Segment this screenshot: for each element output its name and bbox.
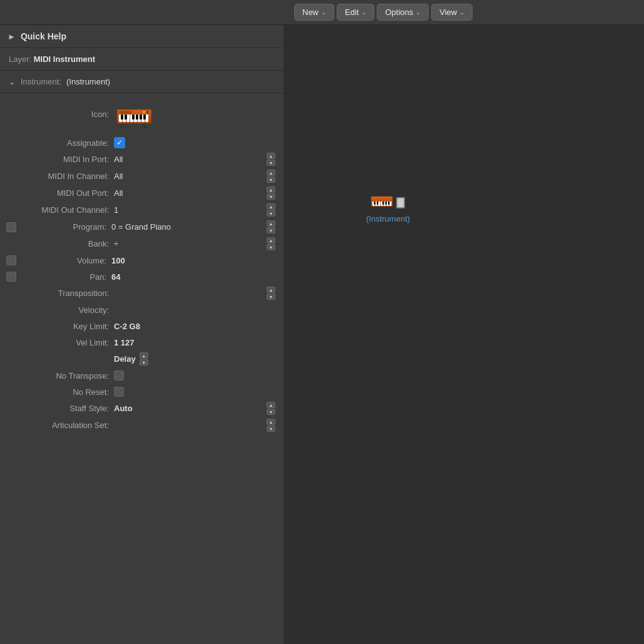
svg-rect-34 [388,202,390,205]
pan-label: Pan: [19,272,106,282]
stepper-down-icon[interactable]: ▼ [267,244,275,250]
program-value: 0 = Grand Piano [111,222,267,232]
midi-in-port-value: All [114,155,267,164]
stepper-up-icon[interactable]: ▲ [267,203,275,210]
bank-stepper[interactable]: ▲ ▼ [267,237,275,250]
assignable-label: Assignable: [9,138,109,148]
vel-limit-label: Vel Limit: [9,338,109,347]
midi-out-port-stepper[interactable]: ▲ ▼ [267,187,275,200]
midi-in-port-label: MIDI In Port: [9,155,109,164]
no-reset-checkbox[interactable] [114,387,124,397]
stepper-up-icon[interactable]: ▲ [267,402,275,408]
transposition-stepper[interactable]: ▲ ▼ [267,287,275,300]
stepper-up-icon[interactable]: ▲ [267,220,275,227]
stepper-down-icon[interactable]: ▼ [267,227,275,233]
midi-in-port-row: MIDI In Port: All ▲ ▼ [0,151,284,168]
midi-out-channel-value: 1 [114,205,267,215]
edit-chevron-icon: ⌄ [361,9,366,16]
svg-point-19 [143,111,145,113]
volume-row: Volume: 100 [0,252,284,268]
stepper-up-icon[interactable]: ▲ [267,153,275,159]
svg-rect-25 [378,202,381,206]
instrument-node-label: (Instrument) [366,214,410,223]
stepper-up-icon[interactable]: ▲ [267,419,275,425]
svg-point-20 [146,111,149,113]
stepper-up-icon[interactable]: ▲ [267,287,275,293]
view-menu-button[interactable]: View ⌄ [431,4,473,21]
delay-label: Delay [114,354,136,364]
stepper-up-icon[interactable]: ▲ [267,170,275,176]
view-menu-label: View [439,8,457,17]
staff-style-stepper[interactable]: ▲ ▼ [267,402,275,415]
pan-value: 64 [111,272,275,282]
midi-in-channel-row: MIDI In Channel: All ▲ ▼ [0,168,284,185]
midi-out-port-row: MIDI Out Port: All ▲ ▼ [0,185,284,202]
assignable-checkbox[interactable]: ✓ [114,137,125,148]
bank-value: ÷ [114,239,267,248]
stepper-down-icon[interactable]: ▼ [267,210,275,217]
svg-rect-17 [143,115,146,120]
midi-in-channel-label: MIDI In Channel: [9,171,109,181]
stepper-down-icon[interactable]: ▼ [267,294,275,300]
svg-rect-31 [377,202,379,205]
new-chevron-icon: ⌄ [321,9,326,16]
svg-rect-38 [397,198,404,207]
midi-out-channel-label: MIDI Out Channel: [9,205,109,215]
program-row: Program: 0 = Grand Piano ▲ ▼ [0,218,284,235]
stepper-down-icon[interactable]: ▼ [267,160,275,166]
key-limit-label: Key Limit: [9,322,109,331]
new-menu-button[interactable]: New ⌄ [294,4,334,21]
key-limit-row: Key Limit: C-2 G8 [0,318,284,334]
svg-rect-29 [389,202,392,206]
staff-style-row: Staff Style: Auto ▲ ▼ [0,400,284,417]
instrument-node-keyboard-icon [371,194,395,212]
edit-menu-button[interactable]: Edit ⌄ [337,4,374,21]
assignable-row: Assignable: ✓ [0,135,284,151]
edit-menu-label: Edit [345,8,359,17]
midi-out-port-value: All [114,188,267,198]
pan-row: Pan: 64 [0,268,284,285]
instrument-node[interactable]: (Instrument) [366,194,410,223]
stepper-down-icon[interactable]: ▼ [267,426,275,432]
stepper-down-icon[interactable]: ▼ [267,176,275,183]
velocity-label: Velocity: [9,305,109,315]
view-chevron-icon: ⌄ [459,9,464,16]
no-transpose-label: No Transpose: [9,371,109,381]
stepper-up-icon[interactable]: ▲ [267,187,275,193]
midi-out-channel-row: MIDI Out Channel: 1 ▲ ▼ [0,202,284,218]
volume-checkbox[interactable] [6,255,16,265]
articulation-set-row: Articulation Set: ▲ ▼ [0,417,284,434]
new-menu-label: New [302,8,319,17]
articulation-set-stepper[interactable]: ▲ ▼ [267,419,275,432]
stepper-down-icon[interactable]: ▼ [140,359,148,365]
articulation-set-label: Articulation Set: [9,421,109,430]
layer-value: MIDI Instrument [34,54,95,64]
midi-in-channel-stepper[interactable]: ▲ ▼ [267,170,275,183]
volume-value: 100 [111,256,275,265]
stepper-up-icon[interactable]: ▲ [140,352,148,359]
midi-in-port-stepper[interactable]: ▲ ▼ [267,153,275,166]
stepper-down-icon[interactable]: ▼ [267,193,275,200]
quick-help-title: Quick Help [21,31,66,41]
midi-out-channel-stepper[interactable]: ▲ ▼ [267,203,275,217]
quick-help-header[interactable]: ► Quick Help [0,25,284,48]
no-transpose-checkbox[interactable] [114,371,124,381]
options-chevron-icon: ⌄ [416,9,421,16]
midi-out-port-label: MIDI Out Port: [9,188,109,198]
stepper-up-icon[interactable]: ▲ [267,237,275,243]
program-stepper[interactable]: ▲ ▼ [267,220,275,233]
pan-checkbox[interactable] [6,272,16,282]
stepper-down-icon[interactable]: ▼ [267,409,275,415]
instrument-icon[interactable] [114,98,155,130]
options-menu-button[interactable]: Options ⌄ [377,4,429,21]
icon-row: Icon: [0,93,284,135]
instrument-section-header[interactable]: ⌄ Instrument: (Instrument) [0,71,284,93]
delay-stepper[interactable]: ▲ ▼ [140,352,148,365]
svg-line-36 [387,207,390,212]
main-layout: ► Quick Help Layer: MIDI Instrument ⌄ In… [0,25,644,644]
svg-rect-13 [125,115,127,120]
staff-style-value: Auto [114,404,267,413]
layer-row: Layer: MIDI Instrument [0,48,284,71]
program-checkbox[interactable] [6,222,16,232]
no-reset-label: No Reset: [9,387,109,397]
